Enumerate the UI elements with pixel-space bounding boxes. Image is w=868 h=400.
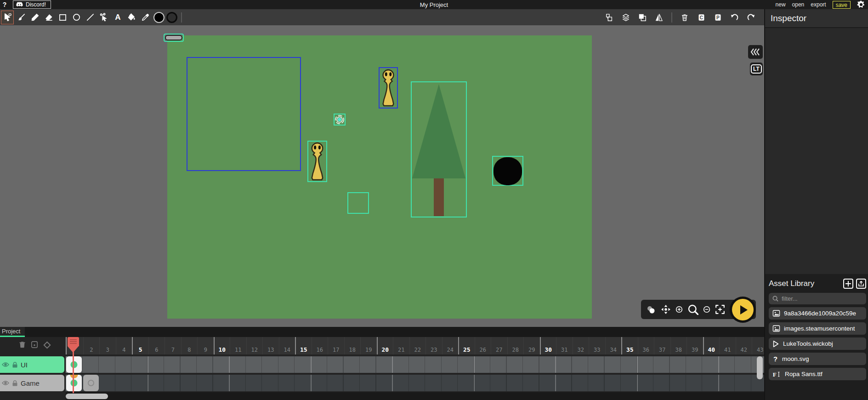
canvas[interactable] [167,35,592,319]
upload-asset-button[interactable] [856,279,866,289]
frame-number[interactable]: 36 [638,337,654,354]
selection-rect-blue[interactable] [187,57,301,171]
layer-ui[interactable]: UI [0,356,64,373]
tool-eraser-button[interactable] [42,11,55,24]
zoom-in-button[interactable] [675,305,683,314]
frame-number[interactable]: 26 [475,337,491,354]
eye-icon[interactable] [2,362,9,367]
frame-game-2[interactable] [83,375,99,391]
tool-ellipse-button[interactable] [70,11,83,24]
fit-screen-button[interactable] [715,304,725,314]
pawn-clip[interactable] [307,141,327,182]
asset-item[interactable]: images.steamusercontent [769,322,866,335]
tool-pencil-button[interactable] [28,11,41,24]
collapse-panel-button[interactable] [748,45,763,59]
outliner-button[interactable] [602,11,616,24]
luketools-button[interactable]: LT [750,63,763,75]
frame-number[interactable]: 14 [279,337,295,354]
asset-filter-input[interactable] [782,295,851,302]
frame-number[interactable]: 9 [197,337,214,354]
tree-clip[interactable] [411,81,467,217]
frame-number[interactable]: 40 [703,337,720,354]
zoom-out-button[interactable] [703,305,711,314]
frame-number[interactable]: 34 [605,337,622,354]
tool-cut-button[interactable] [97,11,110,24]
frame-number[interactable]: 28 [507,337,524,354]
frame-number[interactable]: 8 [181,337,198,354]
timeline-row-ui[interactable] [66,356,764,373]
add-asset-button[interactable] [843,279,853,289]
frame-number[interactable]: 38 [670,337,687,354]
frame-number[interactable]: 35 [621,337,638,354]
layer-game[interactable]: Game [0,375,64,391]
frame-number[interactable]: 20 [377,337,393,354]
lock-icon[interactable] [12,362,18,368]
tab-project[interactable]: Project [0,327,25,337]
lock-icon[interactable] [12,380,18,386]
timeline-row-game[interactable] [66,375,764,391]
frame-number[interactable]: 18 [344,337,361,354]
frame-number[interactable]: 6 [148,337,165,354]
frame-number[interactable]: 13 [262,337,279,354]
frame-number[interactable]: 2 [83,337,100,354]
frame-number[interactable]: 12 [246,337,263,354]
copy-frame-button[interactable]: C [694,11,708,24]
playhead[interactable] [68,337,79,353]
redo-button[interactable] [744,11,758,24]
frame-number[interactable]: 27 [491,337,507,354]
frame-number[interactable]: 17 [328,337,344,354]
frame-number[interactable]: 39 [686,337,703,354]
frame-number[interactable]: 21 [393,337,409,354]
tool-text-button[interactable]: A [111,11,124,24]
frame-number[interactable]: 37 [654,337,670,354]
keyframe-diamond-button[interactable] [43,341,51,349]
new-button[interactable]: new [776,1,786,8]
timeline-vertical-scrollbar[interactable] [757,356,763,379]
keyframe-game-1[interactable] [66,375,82,391]
timeline-horizontal-scrollbar[interactable] [66,394,108,399]
frame-number[interactable]: 23 [425,337,442,354]
frame-number[interactable]: 30 [540,337,556,354]
asset-item[interactable]: LukeTools.wickobj [769,337,866,350]
keyframe-ui-1[interactable] [66,356,82,373]
frame-number[interactable]: 25 [458,337,475,354]
pan-button[interactable] [661,304,671,314]
frame-number[interactable]: 4 [116,337,132,354]
pawn-clip-selected[interactable] [379,67,398,109]
tool-brush-button[interactable] [15,11,28,24]
asset-item[interactable]: FRopa Sans.ttf [769,368,866,380]
delete-button[interactable] [678,11,692,24]
duplicate-button[interactable] [635,11,649,24]
asset-filter[interactable] [769,293,866,304]
frame-number[interactable]: 16 [312,337,328,354]
fill-color-swatch[interactable] [153,12,165,23]
flip-horizontal-button[interactable] [652,11,666,24]
trash-button[interactable] [18,341,26,349]
selected-pill-widget[interactable] [164,34,184,42]
frame-number[interactable]: 29 [523,337,540,354]
magnifier-button[interactable] [687,304,698,315]
frame-number[interactable]: 43 [752,337,764,354]
tool-eyedropper-button[interactable] [139,11,152,24]
play-button[interactable] [730,297,756,323]
tool-fill-bucket-button[interactable] [125,11,138,24]
tool-rectangle-button[interactable] [56,11,69,24]
frame-number[interactable]: 32 [573,337,589,354]
stage-area[interactable]: LT [0,25,764,327]
tool-line-button[interactable] [84,11,96,24]
undo-button[interactable] [727,11,741,24]
layers-button[interactable] [619,11,633,24]
onion-skin-button[interactable] [645,305,657,314]
tool-cursor-button[interactable] [1,11,14,24]
asset-item[interactable]: ?moon.svg [769,353,866,365]
frame-number[interactable]: 24 [442,337,459,354]
discord-button[interactable]: Discord! [13,0,51,9]
frame-number[interactable]: 10 [214,337,230,354]
frame-number[interactable]: 7 [165,337,181,354]
stroke-color-swatch[interactable] [166,12,177,23]
frame-number[interactable]: 42 [736,337,752,354]
small-selection-rect[interactable] [347,192,369,214]
open-button[interactable]: open [792,1,805,8]
save-button[interactable]: save [833,1,851,9]
circle-selection[interactable] [492,156,523,186]
